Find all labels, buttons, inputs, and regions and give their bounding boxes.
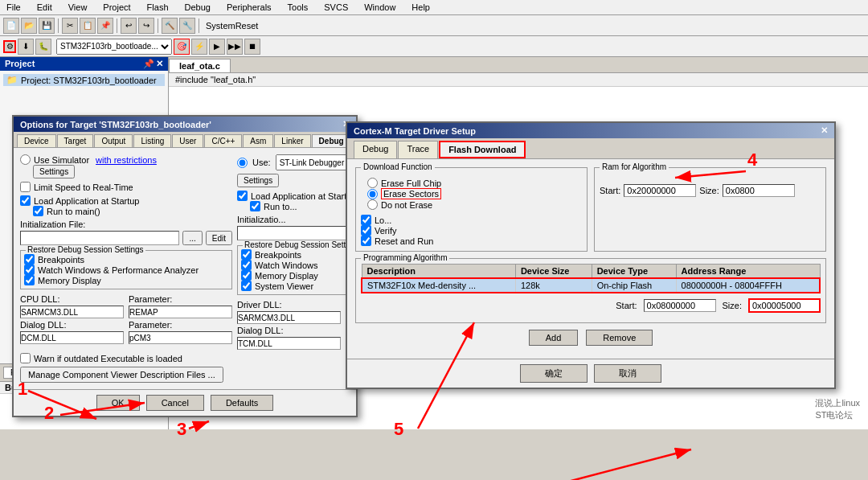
menu-peripherals[interactable]: Peripherals bbox=[223, 2, 275, 13]
options-defaults-btn[interactable]: Defaults bbox=[211, 395, 273, 411]
options-ok-btn[interactable]: OK bbox=[96, 395, 140, 411]
tab-cpp[interactable]: C/C++ bbox=[204, 134, 242, 147]
manage-btn[interactable]: Manage Component Viewer Description File… bbox=[20, 367, 223, 383]
cut-btn[interactable]: ✂ bbox=[62, 18, 78, 34]
cortex-tab-debug[interactable]: Debug bbox=[354, 141, 397, 158]
start-input[interactable] bbox=[624, 184, 696, 197]
menu-project[interactable]: Project bbox=[100, 2, 133, 13]
reset-run-cb[interactable] bbox=[361, 236, 371, 246]
tab-device[interactable]: Device bbox=[17, 134, 56, 147]
run-to-main-cb[interactable] bbox=[33, 206, 43, 216]
memory-display-right-cb[interactable] bbox=[241, 270, 252, 281]
size-row-start-input[interactable] bbox=[644, 299, 716, 312]
menu-help[interactable]: Help bbox=[408, 2, 433, 13]
menu-tools[interactable]: Tools bbox=[285, 2, 312, 13]
cpu-param-input[interactable] bbox=[129, 306, 232, 318]
debug-btn[interactable]: 🐛 bbox=[35, 39, 51, 55]
cpu-dll-input[interactable] bbox=[20, 306, 124, 318]
use-debugger-radio[interactable] bbox=[237, 158, 248, 168]
remove-btn[interactable]: Remove bbox=[586, 330, 653, 346]
paste-btn[interactable]: 📌 bbox=[97, 18, 113, 34]
stop-debug-btn[interactable]: ⏹ bbox=[244, 39, 260, 55]
tab-user[interactable]: User bbox=[172, 134, 203, 147]
use-simulator-radio[interactable] bbox=[20, 154, 31, 165]
menu-edit[interactable]: Edit bbox=[34, 2, 55, 13]
breakpoints-right-cb[interactable] bbox=[241, 249, 252, 260]
watch-windows-right-label: Watch Windows bbox=[255, 261, 317, 270]
menu-window[interactable]: Window bbox=[361, 2, 399, 13]
erase-sectors-radio[interactable] bbox=[367, 189, 378, 199]
menu-debug[interactable]: Debug bbox=[182, 2, 214, 13]
rebuild-btn[interactable]: 🔧 bbox=[179, 18, 195, 34]
size-row-size-input[interactable] bbox=[748, 298, 821, 313]
driver-dll-input[interactable] bbox=[237, 311, 341, 324]
target-dropdown[interactable]: STM32F103rb_bootloade... bbox=[56, 39, 172, 55]
flash2-btn[interactable]: ⚡ bbox=[191, 39, 207, 55]
undo-btn[interactable]: ↩ bbox=[121, 18, 137, 34]
table-row[interactable]: STM32F10x Med-density ... 128k On-chip F… bbox=[362, 278, 820, 293]
debug2-btn[interactable]: ▶ bbox=[209, 39, 225, 55]
limit-speed-cb[interactable] bbox=[20, 182, 31, 192]
add-btn[interactable]: Add bbox=[529, 330, 579, 346]
menu-flash[interactable]: Flash bbox=[144, 2, 172, 13]
start-debug-btn[interactable]: ▶▶ bbox=[227, 39, 243, 55]
flash-download-btn[interactable]: ⬇ bbox=[18, 39, 34, 55]
breakpoints-cb[interactable] bbox=[24, 254, 35, 265]
panel-lock-icon[interactable]: 📌 bbox=[143, 59, 154, 69]
menu-svcs[interactable]: SVCS bbox=[321, 2, 351, 13]
load-app-cb[interactable] bbox=[20, 195, 31, 206]
open-btn[interactable]: 📂 bbox=[21, 18, 37, 34]
save-btn[interactable]: 💾 bbox=[39, 18, 55, 34]
do-not-erase-radio[interactable] bbox=[367, 199, 378, 210]
code-tab-ota[interactable]: leaf_ota.c bbox=[169, 59, 231, 72]
size-input[interactable] bbox=[723, 184, 795, 197]
cpu-param-label: Parameter: bbox=[129, 294, 232, 304]
settings-btn-sim[interactable]: Settings bbox=[33, 165, 75, 178]
cortex-close-icon[interactable]: ✕ bbox=[821, 125, 828, 136]
new-btn[interactable]: 📄 bbox=[3, 18, 19, 34]
target-options2-btn[interactable]: 🎯 bbox=[174, 39, 190, 55]
manage-btn-row: Manage Component Viewer Description File… bbox=[20, 367, 350, 383]
init-file-edit-btn[interactable]: Edit bbox=[206, 231, 232, 245]
redo-btn[interactable]: ↪ bbox=[138, 18, 154, 34]
erase-full-chip-radio[interactable] bbox=[367, 178, 378, 188]
tab-listing[interactable]: Listing bbox=[133, 134, 171, 147]
watch-windows-cb[interactable] bbox=[24, 265, 35, 275]
dialog-dll-right-input[interactable] bbox=[237, 337, 341, 350]
load-cb[interactable] bbox=[361, 215, 371, 225]
load-app-right-cb[interactable] bbox=[237, 191, 248, 201]
ram-algo-section: Ram for Algorithm Start: Size: bbox=[594, 167, 826, 252]
options-cancel-btn[interactable]: Cancel bbox=[146, 395, 204, 411]
menu-file[interactable]: File bbox=[3, 2, 24, 13]
watch-windows-right-cb[interactable] bbox=[241, 260, 252, 270]
tab-asm[interactable]: Asm bbox=[243, 134, 273, 147]
menu-view[interactable]: View bbox=[65, 2, 91, 13]
tab-linker[interactable]: Linker bbox=[274, 134, 310, 147]
tab-output[interactable]: Output bbox=[94, 134, 133, 147]
cortex-tab-flash[interactable]: Flash Download bbox=[439, 141, 526, 158]
cortex-confirm-btn[interactable]: 确定 bbox=[520, 364, 588, 383]
download-function-section: Download Function Erase Full Chip Erase … bbox=[355, 167, 588, 252]
init-file-browse-btn[interactable]: ... bbox=[182, 231, 202, 245]
settings-btn-debug[interactable]: Settings bbox=[237, 174, 279, 187]
memory-display-cb[interactable] bbox=[24, 275, 35, 285]
project-root[interactable]: 📁 Project: STM32F103rb_bootloader bbox=[3, 74, 165, 86]
tab-target[interactable]: Target bbox=[57, 134, 94, 147]
dialog-dll-input[interactable] bbox=[20, 331, 124, 344]
verify-cb[interactable] bbox=[361, 225, 371, 236]
init-file-input[interactable] bbox=[20, 231, 179, 245]
with-restrictions-link[interactable]: with restrictions bbox=[96, 155, 157, 165]
panel-close-icon[interactable]: ✕ bbox=[156, 59, 163, 69]
erase-full-chip-label: Erase Full Chip bbox=[381, 178, 441, 188]
build-btn[interactable]: 🔨 bbox=[162, 18, 178, 34]
cortex-cancel-btn[interactable]: 取消 bbox=[594, 364, 661, 383]
target-options-btn[interactable]: ⚙ bbox=[3, 40, 16, 53]
init-file-right-label: Initializatio... bbox=[237, 215, 286, 224]
copy-btn[interactable]: 📋 bbox=[80, 18, 96, 34]
run-to-main-right-cb[interactable] bbox=[250, 201, 260, 211]
system-viewer-right-cb[interactable] bbox=[241, 281, 252, 291]
dialog-param-input[interactable] bbox=[129, 331, 232, 344]
size-label: Size: bbox=[699, 186, 719, 195]
warn-outdated-cb[interactable] bbox=[20, 353, 31, 363]
cortex-tab-trace[interactable]: Trace bbox=[398, 141, 438, 158]
